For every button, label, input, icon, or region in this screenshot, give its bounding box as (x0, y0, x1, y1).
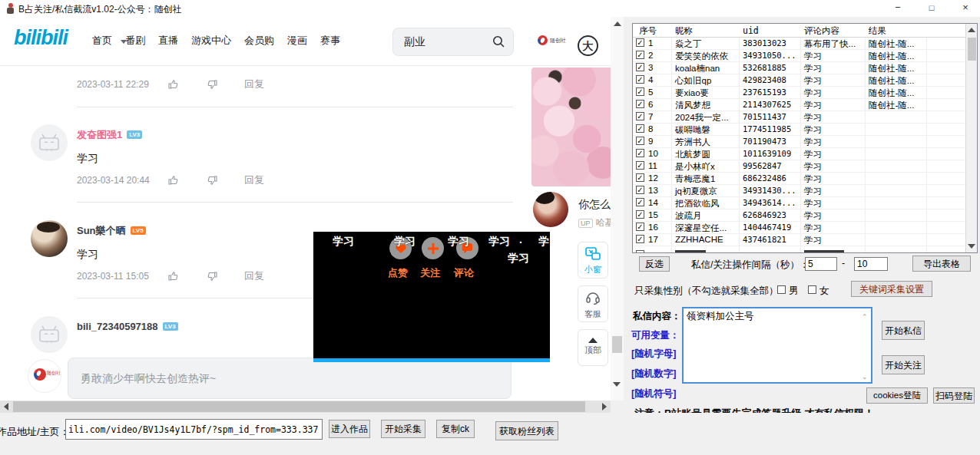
nav-item[interactable]: 赛事 (320, 34, 340, 48)
table-row[interactable]: 14 把酒欲临风 34943614... 学习 (633, 197, 965, 209)
col-num[interactable]: 序号 (639, 25, 657, 37)
reply-link[interactable]: 回复 (244, 173, 264, 187)
search-box[interactable] (392, 28, 514, 56)
col-uid[interactable]: uid (743, 25, 759, 36)
thumbs-down-icon[interactable] (206, 174, 218, 186)
minimize-button[interactable]: − (885, 0, 911, 17)
row-checkbox[interactable] (636, 38, 644, 47)
variable-item[interactable]: [随机符号] (631, 387, 676, 401)
row-checkbox[interactable] (636, 210, 644, 219)
row-checkbox[interactable] (636, 87, 644, 96)
video-overlay[interactable]: 学习 学习 学习 学习 . 学 学习 点赞 关注 评论 (313, 232, 550, 362)
row-checkbox[interactable] (636, 100, 644, 108)
comment-username[interactable]: 发奋图强1 (77, 129, 122, 140)
table-row[interactable]: 9 芳洲书人 701190473 学习 (633, 136, 965, 148)
comment-username[interactable]: bili_72340597188 (77, 321, 158, 332)
scroll-left-arrow[interactable] (4, 403, 8, 410)
nav-item[interactable]: 漫画 (287, 34, 307, 48)
table-row[interactable]: 13 jq初夏微京 34931430... 学习 (633, 185, 965, 197)
video-thumbnail[interactable] (531, 68, 611, 186)
nav-item[interactable]: 游戏中心 (191, 34, 231, 48)
female-checkbox[interactable] (808, 285, 816, 294)
col-result[interactable]: 结果 (869, 25, 886, 37)
male-checkbox[interactable] (777, 285, 786, 294)
browser-vertical-scrollbar[interactable] (611, 17, 624, 401)
video-title[interactable]: 你怎么 (578, 198, 611, 212)
invert-selection-button[interactable]: 反选 (639, 256, 670, 272)
thumbs-up-icon[interactable] (167, 270, 180, 282)
user-avatar[interactable] (31, 220, 68, 257)
close-button[interactable]: × (952, 0, 978, 17)
default-avatar-icon[interactable] (31, 316, 68, 353)
table-row[interactable]: 7 2024我一定... 701511437 学习 (633, 111, 965, 124)
table-row[interactable]: 16 深邃星空任... 1404467419 学习 (633, 222, 965, 234)
qr-login-button[interactable]: 扫码登陆 (933, 387, 975, 404)
get-fans-button[interactable]: 获取粉丝列表 (495, 421, 558, 440)
scroll-up-arrow[interactable] (614, 21, 621, 26)
row-checkbox[interactable] (636, 51, 644, 59)
row-checkbox[interactable] (636, 137, 644, 145)
row-checkbox[interactable] (636, 124, 644, 133)
col-comment[interactable]: 评论内容 (804, 25, 839, 37)
copy-ck-button[interactable]: 复制ck (436, 420, 475, 438)
follow-button[interactable] (422, 237, 444, 259)
reply-link[interactable]: 回复 (244, 269, 264, 283)
bilibili-logo[interactable]: bilibili (14, 26, 68, 50)
bilibili-vip-icon[interactable]: 大 (578, 35, 598, 56)
up-name[interactable]: 哈基 (596, 216, 611, 229)
table-row[interactable]: 2 爱笑笑的依依 34931050... 学习 随创社-随... (633, 50, 965, 62)
table-row[interactable]: 12 青梅恶魔1 686232486 学习 (633, 173, 965, 185)
thumbs-down-icon[interactable] (206, 270, 218, 282)
scroll-right-arrow[interactable] (602, 403, 607, 410)
up-avatar[interactable] (533, 192, 568, 227)
search-icon[interactable] (492, 35, 505, 48)
thumbs-down-icon[interactable] (206, 78, 218, 91)
service-button[interactable]: 客服 (578, 285, 608, 322)
start-collect-button[interactable]: 开始采集 (381, 420, 425, 438)
row-checkbox[interactable] (636, 223, 644, 231)
maximize-button[interactable]: □ (919, 0, 945, 17)
dm-content-textarea[interactable]: 领资料加公主号 (682, 307, 872, 384)
table-row[interactable]: 5 要xiao要 237615193 学习 随创社-随... (633, 87, 965, 99)
interval-to-input[interactable] (854, 257, 888, 271)
nav-item[interactable]: 会员购 (244, 34, 274, 48)
reply-link[interactable]: 回复 (244, 77, 264, 91)
browser-horizontal-scrollbar[interactable] (0, 401, 611, 413)
comment-input[interactable]: 勇敢滴少年啊快去创造热评~ (68, 358, 512, 399)
cookies-login-button[interactable]: cookies登陆 (866, 387, 928, 404)
scroll-up-arrow[interactable] (968, 28, 975, 32)
interval-from-input[interactable] (805, 257, 837, 271)
pip-button[interactable]: 小窗 (578, 242, 608, 279)
nav-item[interactable]: 直播 (158, 34, 178, 48)
col-nick[interactable]: 昵称 (675, 25, 693, 37)
nav-item[interactable]: 番剧 (125, 34, 145, 48)
row-checkbox[interactable] (636, 75, 644, 84)
start-dm-button[interactable]: 开始私信 (882, 321, 925, 340)
row-checkbox[interactable] (636, 63, 644, 71)
start-follow-button[interactable]: 开始关注 (882, 355, 925, 374)
row-checkbox[interactable] (636, 173, 644, 182)
scroll-down-arrow[interactable] (968, 244, 975, 249)
export-table-button[interactable]: 导出表格 (912, 256, 971, 272)
table-row[interactable]: 4 心如旧qp 429823408 学习 随创社-随... (633, 74, 965, 87)
thumbs-up-icon[interactable] (167, 78, 180, 91)
url-input[interactable] (65, 419, 323, 440)
variable-item[interactable]: [随机数字] (631, 368, 676, 381)
row-checkbox[interactable] (636, 161, 644, 170)
table-row[interactable]: 10 北航梦圆 1011639109 学习 (633, 148, 965, 160)
row-checkbox[interactable] (636, 235, 644, 243)
table-row[interactable]: 1 焱之丁 383013023 幕布用了快... 随创社-随... (633, 38, 965, 50)
scrollbar-thumb[interactable] (13, 401, 585, 412)
table-row[interactable]: 11 是小林吖x 99562847 学习 (633, 160, 965, 173)
enter-work-button[interactable]: 进入作品 (329, 420, 370, 438)
table-row[interactable]: 17 ZZHHACHE 437461821 学习 (633, 234, 965, 246)
search-input[interactable] (404, 34, 488, 51)
thumbs-up-icon[interactable] (167, 174, 180, 186)
variable-item[interactable]: [随机字母] (631, 348, 676, 361)
table-row[interactable]: 3 koala楠nan 532681885 学习 随创社-随... (633, 62, 965, 74)
table-scrollbar[interactable] (965, 24, 977, 252)
table-row[interactable]: 8 碳嘚哋磐 1774511985 学习 (633, 124, 965, 136)
row-checkbox[interactable] (636, 186, 644, 194)
row-checkbox[interactable] (636, 149, 644, 157)
row-checkbox[interactable] (636, 198, 644, 206)
